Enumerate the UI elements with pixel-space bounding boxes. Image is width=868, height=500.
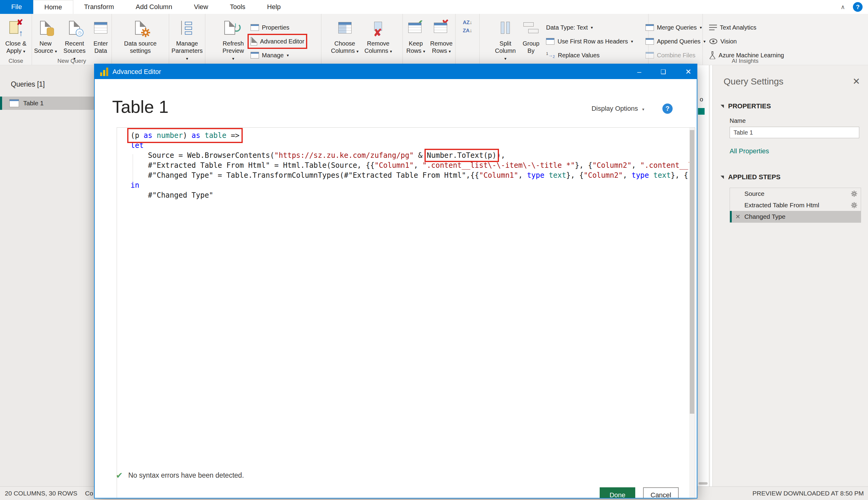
delete-step-icon[interactable]: ✕ (735, 213, 740, 220)
query-list-item[interactable]: Table 1 (0, 96, 96, 110)
replace-values-button[interactable]: 1→2 Replace Values (543, 48, 635, 62)
ribbon-group-transform: Split Column ▾ Group By Data Type: Text … (480, 14, 648, 65)
minimize-icon[interactable]: – (637, 68, 641, 76)
split-column-button[interactable]: Split Column ▾ (492, 18, 518, 62)
properties-button[interactable]: Properties (248, 21, 307, 34)
menu-tab-help[interactable]: Help (256, 0, 292, 14)
append-queries-button[interactable]: Append Queries ▾ (643, 34, 708, 48)
all-properties-link[interactable]: All Properties (713, 138, 868, 155)
ribbon-group-reduce-rows: ✔ Keep Rows ▾ ✘ Remove Rows ▾ (403, 14, 456, 65)
display-options-dropdown[interactable]: Display Options▾ (591, 105, 644, 113)
append-queries-icon (645, 38, 654, 45)
code-line[interactable]: (p as number) as table => (117, 130, 695, 140)
use-first-row-icon (546, 38, 554, 45)
recent-sources-icon: ◷ (69, 18, 80, 37)
ribbon-group-new-query: New Source ▾ ◷ Recent Sources ▾ Enter Da… (32, 14, 112, 65)
background-hscrollbar-cap (699, 482, 707, 485)
dialog-title: Advanced Editor (113, 68, 161, 76)
collapse-triangle-icon (720, 175, 724, 179)
background-scrollbar (709, 65, 710, 486)
group-label-new-query: New Query (32, 58, 112, 64)
collapse-ribbon-icon[interactable]: ∧ (841, 3, 845, 11)
manage-parameters-icon (181, 18, 193, 37)
properties-icon (250, 24, 259, 31)
code-line[interactable]: #"Changed Type" (117, 190, 695, 200)
new-source-button[interactable]: New Source ▾ (32, 18, 59, 55)
menu-tab-home[interactable]: Home (33, 0, 73, 14)
remove-rows-icon: ✘ (434, 18, 449, 37)
close-apply-button[interactable]: ✘↑ Close & Apply ▾ (1, 18, 31, 55)
menu-tab-transform[interactable]: Transform (73, 0, 125, 14)
recent-sources-button[interactable]: ◷ Recent Sources ▾ (60, 18, 89, 62)
menu-tab-view[interactable]: View (183, 0, 219, 14)
maximize-icon[interactable]: ❑ (660, 68, 666, 76)
done-button[interactable]: Done (600, 487, 635, 499)
remove-columns-button[interactable]: ✘ Remove Columns ▾ (362, 18, 395, 55)
ribbon-group-ai-insights: Text Analytics Vision Azure Machine Lear… (703, 14, 790, 65)
manage-parameters-button[interactable]: Manage Parameters ▾ (171, 18, 204, 62)
remove-rows-button[interactable]: ✘ Remove Rows ▾ (429, 18, 454, 55)
split-column-icon (501, 18, 510, 37)
vision-icon (709, 38, 717, 44)
data-source-settings-icon (135, 18, 146, 37)
ribbon-group-query: ↻ Refresh Preview ▾ Properties Advanced … (205, 14, 321, 65)
menu-file[interactable]: File (0, 0, 33, 14)
dialog-title-bar[interactable]: Advanced Editor – ❑ ✕ (95, 64, 697, 79)
ribbon-group-data-sources: Data source settings (112, 14, 169, 65)
annotation-box: Number.ToText(p) (427, 151, 496, 160)
text-analytics-button[interactable]: Text Analytics (707, 21, 787, 34)
cancel-button[interactable]: Cancel (643, 487, 679, 499)
merge-queries-button[interactable]: Merge Queries ▾ (643, 21, 708, 34)
sort-descending-button[interactable]: ZA↓ (463, 28, 472, 33)
table-icon (9, 99, 19, 107)
code-line[interactable]: #"Extracted Table From Html" = Html.Tabl… (117, 160, 695, 170)
enter-data-button[interactable]: Enter Data (90, 18, 111, 54)
status-preview-time: PREVIEW DOWNLOADED AT 8:50 PM (752, 490, 864, 497)
data-type-button[interactable]: Data Type: Text ▾ (543, 21, 635, 34)
keep-rows-button[interactable]: ✔ Keep Rows ▾ (404, 18, 427, 55)
applied-steps-section-header[interactable]: APPLIED STEPS (713, 173, 868, 181)
refresh-preview-button[interactable]: ↻ Refresh Preview ▾ (220, 18, 247, 62)
status-clipped-text: Co (85, 490, 93, 497)
menu-bar: File Home Transform Add Column View Tool… (0, 0, 868, 14)
applied-step-changed-type[interactable]: ✕ Changed Type (730, 211, 861, 223)
code-line[interactable]: in (117, 180, 695, 190)
menu-tab-tools[interactable]: Tools (219, 0, 256, 14)
step-gear-icon[interactable] (851, 191, 857, 198)
properties-section-header[interactable]: PROPERTIES (713, 102, 868, 110)
manage-button[interactable]: Manage ▾ (248, 48, 307, 62)
data-source-settings-button[interactable]: Data source settings (118, 18, 163, 54)
query-item-label: Table 1 (23, 100, 44, 107)
code-editor[interactable]: (p as number) as table =>let Source = We… (117, 127, 695, 499)
sort-ascending-button[interactable]: AZ↓ (463, 20, 472, 25)
close-apply-icon: ✘↑ (9, 18, 23, 37)
group-label-ai-insights: AI Insights (703, 58, 790, 64)
enter-data-icon (94, 18, 107, 37)
vertical-scrollbar-thumb[interactable] (690, 130, 694, 414)
use-first-row-button[interactable]: Use First Row as Headers ▾ (543, 34, 635, 48)
power-bi-logo-icon (100, 68, 108, 76)
vision-button[interactable]: Vision (707, 34, 787, 48)
name-input[interactable]: Table 1 (730, 127, 859, 138)
code-line[interactable]: let (117, 140, 695, 150)
manage-icon (250, 52, 259, 58)
code-line[interactable]: Source = Web.BrowserContents("https://sz… (117, 150, 695, 160)
applied-step-extracted[interactable]: Extracted Table From Html (730, 200, 861, 211)
advanced-editor-dialog: Advanced Editor – ❑ ✕ Table 1 Display Op… (94, 64, 697, 499)
code-line[interactable]: #"Changed Type" = Table.TransformColumnT… (117, 170, 695, 180)
query-settings-close-icon[interactable]: ✕ (853, 76, 860, 87)
advanced-editor-button[interactable]: Advanced Editor (248, 34, 307, 48)
ribbon-group-combine: Merge Queries ▾ Append Queries ▾ Combine… (648, 14, 703, 65)
choose-columns-button[interactable]: Choose Columns ▾ (329, 18, 361, 55)
app-help-icon[interactable]: ? (853, 2, 863, 12)
group-by-button[interactable]: Group By (519, 18, 542, 54)
annotation-box: (p as number) as table => (131, 131, 239, 140)
close-icon[interactable]: ✕ (685, 68, 691, 76)
menu-tab-add-column[interactable]: Add Column (125, 0, 183, 14)
dialog-help-icon[interactable]: ? (662, 103, 673, 114)
replace-values-icon: 1→2 (546, 52, 555, 59)
step-gear-icon[interactable] (851, 202, 857, 210)
applied-step-source[interactable]: Source (730, 188, 861, 200)
vertical-scrollbar[interactable] (689, 128, 695, 499)
choose-columns-icon (338, 18, 352, 37)
